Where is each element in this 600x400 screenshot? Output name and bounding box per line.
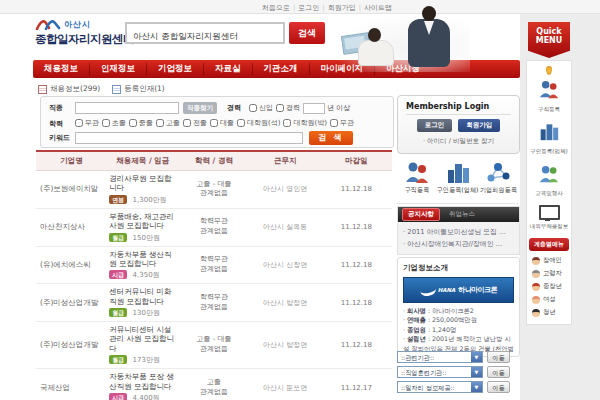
top-link[interactable]: 회원가입: [328, 4, 356, 12]
checkbox[interactable]: [283, 119, 291, 127]
chevron-down-icon[interactable]: ▼: [471, 352, 482, 362]
site-select[interactable]: ::일자리 정보제공::▼: [397, 381, 483, 393]
checkbox-option[interactable]: 신입: [249, 103, 273, 113]
checkbox[interactable]: [330, 119, 338, 127]
group-menu-item[interactable]: 여성: [527, 293, 571, 306]
group-menu-item[interactable]: 중장년: [527, 280, 571, 293]
breadcrumb-talents[interactable]: 등록인재(1): [112, 84, 165, 94]
job-row: (유)에치에스씨 자동차부품 생산직원 모집합니다 시급 4,350원 학력무관…: [36, 246, 392, 284]
company-name[interactable]: (주)미성산업개발: [36, 284, 107, 322]
checkbox-option[interactable]: 무관: [75, 118, 99, 128]
site-select[interactable]: ::직업훈련기관::▼: [397, 366, 483, 378]
checkbox-option[interactable]: 대학원(박): [283, 118, 326, 128]
checkbox-option[interactable]: 대졸: [210, 118, 234, 128]
join-button[interactable]: 회원가입: [458, 119, 500, 132]
find-id-password-link[interactable]: · 아이디 / 비밀번호 찾기: [398, 137, 519, 146]
pay-line: 월급 173만원: [109, 355, 176, 365]
nav-item[interactable]: 아산시청: [374, 63, 431, 75]
group-menu-item[interactable]: 장애인: [527, 254, 571, 267]
top-link[interactable]: 처음으로: [262, 4, 290, 12]
checkbox-option[interactable]: 대학원(석): [237, 118, 280, 128]
go-button[interactable]: 이동: [487, 381, 510, 393]
membership-login-box: Membership Login 로그인 회원가입 · 아이디 / 비밀번호 찾…: [397, 95, 520, 154]
checkbox[interactable]: [183, 119, 191, 127]
site-logo[interactable]: 아산시 종합일자리지원센터: [35, 17, 130, 47]
tab-notice[interactable]: 공지사항: [402, 208, 440, 221]
company-logo-banner[interactable]: HANA 하나마이크론: [403, 277, 514, 303]
top-link[interactable]: 로그인: [298, 4, 319, 12]
checkbox[interactable]: [156, 119, 164, 127]
header-search-box: [125, 22, 285, 44]
login-button[interactable]: 로그인: [417, 119, 453, 132]
logo-title-text: 종합일자리지원센터: [35, 32, 130, 47]
filter-search-button[interactable]: 검 색: [309, 131, 353, 145]
company-logo-text: HANA: [438, 287, 456, 293]
checkbox[interactable]: [249, 104, 257, 112]
company-name[interactable]: 국제산업: [36, 369, 107, 400]
deadline: 11.12.18: [321, 322, 392, 369]
shortcut-employer-register[interactable]: 구인등록(업체): [437, 156, 479, 203]
keyword-input[interactable]: [75, 132, 303, 144]
checkbox[interactable]: [210, 119, 218, 127]
people-pair-icon: [537, 163, 561, 183]
checkbox[interactable]: [75, 119, 83, 127]
company-name[interactable]: (유)에치에스씨: [36, 246, 107, 284]
pay-amount: 130만원: [133, 309, 160, 317]
nav-item[interactable]: 기관소개: [252, 63, 309, 75]
buildings-icon: [538, 121, 560, 141]
job-type-input[interactable]: [75, 102, 179, 114]
group-menu-item[interactable]: 청년: [527, 306, 571, 319]
site-select-row: ::직업훈련기관::▼ 이동: [397, 366, 518, 378]
job-title-link[interactable]: 부품배송, 재고관리 사원 모집합니다: [109, 212, 176, 231]
site-select[interactable]: ::관련기관::▼: [397, 351, 483, 363]
checkbox[interactable]: [129, 119, 137, 127]
checkbox[interactable]: [102, 119, 110, 127]
education-options: 무관초졸중졸고졸전졸대졸대학원(석)대학원(박)무관: [75, 118, 357, 129]
nav-item[interactable]: 자료실: [203, 63, 252, 75]
shortcut-jobseeker-register[interactable]: 구직등록: [397, 156, 437, 203]
education-career: 고졸관계없음: [178, 369, 249, 400]
job-type-find-button[interactable]: 직종찾기: [183, 102, 217, 114]
group-menu-item[interactable]: 고령자: [527, 267, 571, 280]
breadcrumb-jobs[interactable]: 채용정보(299): [38, 84, 100, 94]
checkbox-option[interactable]: 고졸: [156, 118, 180, 128]
chevron-down-icon[interactable]: ▼: [471, 382, 482, 392]
job-title-link[interactable]: 자동차부품 포장 생산직원 모집합니다: [109, 372, 176, 391]
checkbox-option[interactable]: 무관: [330, 118, 354, 128]
shortcut-company-member-register[interactable]: 기업회원등록: [478, 156, 518, 203]
checkbox[interactable]: [276, 104, 284, 112]
notice-item[interactable]: · 2011 아이돌보미선생님 모집 …: [403, 226, 514, 238]
job-title-link[interactable]: 센터커뮤니티 미화직원 모집합니다: [109, 287, 176, 306]
job-title-link[interactable]: 경리사무원 모집합니다: [109, 174, 176, 193]
nav-item[interactable]: 마이페이지: [309, 63, 375, 75]
checkbox[interactable]: [237, 119, 245, 127]
company-name[interactable]: 아산천지상사: [36, 208, 107, 246]
tab-job-news[interactable]: 취업뉴스: [449, 210, 475, 219]
job-title-link[interactable]: 커뮤니티센터 시설관리 사원 모집합니다: [109, 325, 176, 353]
nav-item[interactable]: 기업정보: [146, 63, 203, 75]
company-name[interactable]: (주)보원에이치알: [36, 171, 107, 209]
go-button[interactable]: 이동: [487, 351, 510, 363]
chevron-down-icon[interactable]: ▼: [471, 367, 482, 377]
quick-jobseeker-register[interactable]: 구직등록: [527, 79, 571, 114]
go-button[interactable]: 이동: [487, 366, 510, 378]
quick-employer-register[interactable]: 구인등록(업체): [527, 121, 571, 156]
person-face-icon: [532, 309, 540, 317]
quick-education-events[interactable]: 교육및행사: [527, 163, 571, 198]
top-link[interactable]: 사이트맵: [364, 4, 392, 12]
job-row: (주)보원에이치알 경리사무원 모집합니다 연봉 1,300만원 고졸 - 대졸…: [36, 171, 392, 209]
checkbox-option[interactable]: 경력: [276, 103, 300, 113]
header-search-input[interactable]: [131, 29, 283, 45]
checkbox-option[interactable]: 전졸: [183, 118, 207, 128]
job-type-label: 직종: [49, 103, 75, 113]
header-search-button[interactable]: 검색: [289, 22, 325, 44]
nav-item[interactable]: 인재정보: [89, 63, 146, 75]
notice-item[interactable]: · 아산시장애인복지관//장애인 …: [403, 238, 514, 250]
nav-item[interactable]: 채용정보: [33, 63, 89, 75]
career-years-input[interactable]: [303, 103, 325, 114]
checkbox-option[interactable]: 중졸: [129, 118, 153, 128]
quick-job-info[interactable]: 내외부채용정보: [527, 205, 571, 231]
company-name[interactable]: (주)미성산업개발: [36, 322, 107, 369]
checkbox-option[interactable]: 초졸: [102, 118, 126, 128]
job-title-link[interactable]: 자동차부품 생산직원 모집합니다: [109, 250, 176, 269]
